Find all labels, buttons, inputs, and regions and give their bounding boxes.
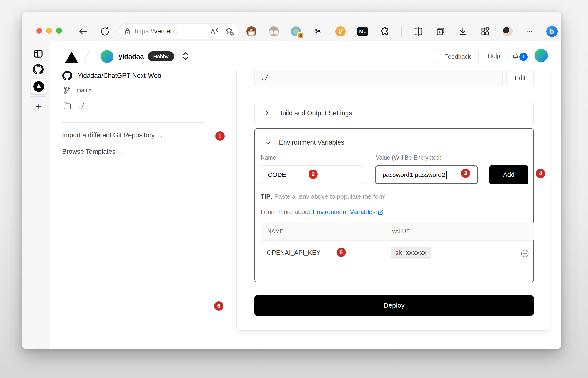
deploy-button[interactable]: Deploy xyxy=(254,295,534,316)
browse-templates-link[interactable]: Browse Templates → xyxy=(62,148,124,155)
favorite-add-icon[interactable] xyxy=(225,26,234,36)
markdown-extension-icon[interactable]: M↓ xyxy=(357,26,369,37)
annotation-badge-4: 4 xyxy=(536,169,545,178)
name-label: Name xyxy=(261,154,276,161)
table-value-header: VALUE xyxy=(392,228,410,234)
extensions-menu-icon[interactable] xyxy=(379,26,391,37)
import-project-body: Yidadaa/ChatGPT-Next-Web main ./ Import … xyxy=(51,70,561,349)
chevron-up-down-icon xyxy=(182,51,190,61)
apps-grid-icon xyxy=(480,26,490,37)
root-dir-row: ./ xyxy=(63,101,85,110)
env-row-divider xyxy=(261,266,534,266)
feedback-button[interactable]: Feedback xyxy=(437,49,479,64)
team-avatar[interactable] xyxy=(101,50,114,63)
browser-window-icon xyxy=(33,48,43,59)
address-bar[interactable]: https://vercel.c... A xyxy=(119,24,239,39)
build-output-settings-title: Build and Output Settings xyxy=(278,109,352,117)
browser-profile-avatar[interactable] xyxy=(502,26,513,37)
userscript-extension-icon[interactable] xyxy=(268,26,279,37)
git-branch-icon xyxy=(63,86,72,95)
annotation-badge-5: 5 xyxy=(337,248,346,257)
env-row-name: OPENAI_API_KEY xyxy=(267,249,320,256)
downloads-button[interactable] xyxy=(457,26,469,37)
table-name-header: NAME xyxy=(267,228,284,234)
annotation-badge-3: 3 xyxy=(461,169,470,178)
repo-info-row: Yidadaa/ChatGPT-Next-Web xyxy=(62,71,161,81)
vercel-page: yidadaa Hobby Feedback Help 1 Yidadaa/Ch… xyxy=(51,40,561,349)
proxy-badge: 3 xyxy=(297,32,304,39)
annotation-badge-6: 6 xyxy=(214,301,223,310)
sidebar-item-github[interactable] xyxy=(30,61,46,77)
bell-icon xyxy=(512,53,519,60)
environment-variables-section: Environment Variables Name Value (Will B… xyxy=(254,128,534,282)
annotation-badge-1: 1 xyxy=(215,132,225,141)
tab-panel-button[interactable] xyxy=(30,46,46,62)
help-link[interactable]: Help xyxy=(488,53,500,59)
minimize-window-button[interactable] xyxy=(46,28,52,34)
env-learn-more: Learn more about Environment Variables xyxy=(261,208,384,216)
sidebar-add-button[interactable]: + xyxy=(30,98,46,114)
ellipsis-icon: ⋯ xyxy=(526,27,533,36)
environment-variables-title: Environment Variables xyxy=(279,139,344,146)
split-screen-button[interactable] xyxy=(413,26,424,37)
build-output-settings-section[interactable]: Build and Output Settings xyxy=(254,102,534,124)
external-link-icon xyxy=(377,209,384,215)
svg-text:A: A xyxy=(211,28,215,35)
edit-root-directory-button[interactable]: Edit xyxy=(506,70,534,86)
toolbar-divider xyxy=(402,26,402,37)
breadcrumb-slash xyxy=(84,50,90,64)
refresh-button[interactable] xyxy=(99,26,111,37)
url-text: https://vercel.c... xyxy=(135,27,182,35)
notifications-button[interactable]: 1 xyxy=(508,50,530,63)
add-env-variable-button[interactable]: Add xyxy=(489,165,529,184)
value-label: Value (Will Be Encrypted) xyxy=(376,154,442,161)
folder-icon xyxy=(63,101,72,110)
root-directory-input[interactable]: ./ xyxy=(254,70,503,86)
left-column-divider xyxy=(62,122,204,123)
download-icon xyxy=(458,26,468,37)
proxy-extension-icon[interactable]: 3 xyxy=(290,26,302,37)
environment-variables-header[interactable]: Environment Variables xyxy=(265,139,344,146)
configure-project-card: ./ Edit Build and Output Settings Enviro… xyxy=(236,70,550,331)
vercel-logo-icon[interactable] xyxy=(65,52,78,63)
chevron-down-icon xyxy=(265,139,271,146)
collections-button[interactable] xyxy=(435,26,446,37)
github-icon xyxy=(33,64,44,75)
bing-chat-button[interactable]: b xyxy=(546,26,558,37)
text-caret xyxy=(446,171,447,179)
notification-count-badge: 1 xyxy=(519,53,528,61)
split-screen-icon xyxy=(413,26,423,37)
env-table-row: OPENAI_API_KEY sk-xxxxxx xyxy=(261,243,534,264)
v-extension-icon[interactable]: V xyxy=(335,26,346,37)
bing-icon: b xyxy=(546,26,558,37)
environment-variables-link[interactable]: Environment Variables xyxy=(313,208,384,216)
github-icon xyxy=(62,71,72,81)
sidebar-divider xyxy=(31,96,46,97)
back-arrow-icon xyxy=(78,26,88,37)
apps-launcher-button[interactable] xyxy=(479,26,491,37)
branch-name: main xyxy=(77,87,92,94)
branch-info-row: main xyxy=(63,86,92,95)
import-different-repo-link[interactable]: Import a different Git Repository → xyxy=(62,132,163,139)
lock-icon xyxy=(124,27,131,35)
close-window-button[interactable] xyxy=(36,28,42,34)
env-tip-text: TIP: Paste a .env above to populate the … xyxy=(261,193,386,200)
zoom-window-button[interactable] xyxy=(56,28,62,34)
user-avatar[interactable] xyxy=(534,49,548,62)
settings-menu-button[interactable]: ⋯ xyxy=(524,26,535,37)
url-host: vercel.c... xyxy=(154,27,182,35)
clipper-extension-icon[interactable]: ✂ xyxy=(312,26,324,37)
sidebar-item-vercel-active[interactable] xyxy=(31,79,47,94)
read-aloud-icon[interactable]: A xyxy=(211,27,219,35)
root-dir-value: ./ xyxy=(77,102,85,109)
repo-name: Yidadaa/ChatGPT-Next-Web xyxy=(78,72,161,80)
minus-circle-icon xyxy=(520,249,530,258)
remove-env-variable-button[interactable] xyxy=(520,249,530,258)
tampermonkey-extension-icon[interactable] xyxy=(246,26,257,37)
browser-window: https://vercel.c... A 3 ✂ V M↓ xyxy=(22,12,561,349)
annotation-badge-2: 2 xyxy=(309,170,318,179)
team-switcher-button[interactable] xyxy=(182,51,190,61)
browser-toolbar: https://vercel.c... A 3 ✂ V M↓ xyxy=(22,12,561,40)
back-button[interactable] xyxy=(77,26,89,37)
plan-badge: Hobby xyxy=(148,52,174,61)
